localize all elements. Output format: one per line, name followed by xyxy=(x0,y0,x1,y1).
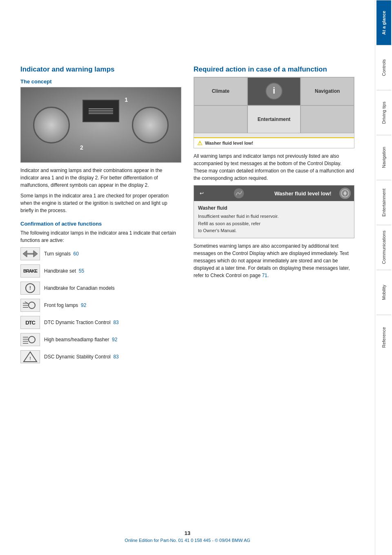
body-text-2: Some lamps in the indicator area 1 are c… xyxy=(20,192,181,214)
left-gauge xyxy=(33,107,70,143)
idrive-nav-icon xyxy=(339,188,351,199)
indicator-turn-signals: Turn signals 60 xyxy=(20,247,181,260)
fog-lamps-icon xyxy=(20,299,40,312)
section-title-right: Required action in case of a malfunction xyxy=(194,65,354,74)
svg-marker-21 xyxy=(343,191,347,196)
page-number: 13 xyxy=(0,530,375,536)
warning-triangle-icon: ⚠ xyxy=(197,140,203,146)
handbrake-ref[interactable]: 55 xyxy=(79,268,84,274)
back-icon: ↩ xyxy=(197,190,206,197)
sidebar-tab-reference[interactable]: Reference xyxy=(376,315,391,360)
fog-lamps-label: Front fog lamps 92 xyxy=(44,302,86,308)
indicator-dtc: DTC DTC Dynamic Traction Control 83 xyxy=(20,316,181,329)
idrive-entertainment-cell: Entertainment xyxy=(247,105,301,134)
sidebar-tab-navigation[interactable]: Navigation xyxy=(376,135,391,180)
sidebar-tab-entertainment[interactable]: Entertainment xyxy=(376,180,391,225)
message-box-body: Washer fluid Insufficient washer fluid i… xyxy=(194,201,354,238)
dsc-label: DSC Dynamic Stability Control 83 xyxy=(44,354,119,360)
svg-marker-0 xyxy=(23,251,27,257)
svg-rect-1 xyxy=(27,253,33,255)
indicator-dsc: ! DSC Dynamic Stability Control 83 xyxy=(20,350,181,363)
body-text-1: Indicator and warning lamps and their co… xyxy=(20,167,181,189)
right-gauge xyxy=(132,107,169,143)
message-body-title: Washer fluid xyxy=(198,204,350,212)
message-body-line-1: Insufficient washer fluid in fluid reser… xyxy=(198,213,350,220)
message-box-title: Washer fluid level low! xyxy=(274,190,339,197)
confirmation-title: Confirmation of active functions xyxy=(20,221,181,227)
right-column: Required action in case of a malfunction… xyxy=(194,65,354,367)
indicator-fog-lamps: Front fog lamps 92 xyxy=(20,299,181,312)
handbrake-label: Handbrake set 55 xyxy=(44,268,84,274)
section-title-left: Indicator and warning lamps xyxy=(20,65,181,74)
dsc-icon: ! xyxy=(20,350,40,363)
cluster-label-2: 2 xyxy=(80,144,83,151)
message-box: ↩ Washer fluid level low! xyxy=(194,185,354,238)
warning-bar: ⚠ Washer fluid level low! xyxy=(194,137,354,148)
instrument-cluster-image: 1 2 xyxy=(20,87,181,163)
check-control-ref[interactable]: 71 xyxy=(262,273,267,278)
idrive-center-icon: i xyxy=(247,77,301,105)
sidebar-tab-controls[interactable]: Controls xyxy=(376,45,391,90)
concept-subtitle: The concept xyxy=(20,78,181,85)
handbrake-canadian-icon: ! xyxy=(20,282,40,295)
turn-signals-label: Turn signals 60 xyxy=(44,251,79,257)
warning-text: Washer fluid level low! xyxy=(205,141,253,145)
turn-signals-ref[interactable]: 60 xyxy=(74,251,79,257)
dtc-icon: DTC xyxy=(20,316,40,329)
cluster-label-1: 1 xyxy=(125,96,128,103)
message-box-header: ↩ Washer fluid level low! xyxy=(194,186,354,201)
indicator-handbrake-canadian: ! Handbrake for Canadian models xyxy=(20,282,181,295)
page-footer: 13 Online Edition for Part-No. 01 41 0 1… xyxy=(0,530,375,543)
handbrake-icon: BRAKE xyxy=(20,264,40,278)
idrive-climate-cell: Climate xyxy=(194,77,247,105)
high-beams-ref[interactable]: 92 xyxy=(112,337,117,342)
washer-icon xyxy=(233,187,245,199)
indicator-high-beams: High beams/headlamp flasher 92 xyxy=(20,333,181,346)
idrive-empty-right xyxy=(301,105,354,134)
high-beams-label: High beams/headlamp flasher 92 xyxy=(44,337,117,342)
right-body-text-1: All warning lamps and indicator lamps no… xyxy=(194,152,354,182)
svg-point-5 xyxy=(29,302,35,309)
svg-marker-2 xyxy=(33,251,38,257)
svg-text:i: i xyxy=(273,85,275,96)
turn-signals-icon xyxy=(20,247,40,260)
message-body-line-3: to Owner's Manual. xyxy=(198,227,350,235)
message-body-line-2: Refill as soon as possible, refer xyxy=(198,220,350,228)
indicator-list: Turn signals 60 BRAKE Handbrake set 55 ! xyxy=(20,247,181,363)
idrive-empty-left xyxy=(194,105,247,134)
sidebar-tab-communications[interactable]: Communications xyxy=(376,225,391,270)
left-column: Indicator and warning lamps The concept xyxy=(20,65,181,367)
center-display xyxy=(82,100,119,122)
sidebar-tab-mobility[interactable]: Mobility xyxy=(376,270,391,315)
high-beams-icon xyxy=(20,333,40,346)
confirmation-intro: The following indicator lamps in the ind… xyxy=(20,229,181,244)
idrive-screen-image: Climate i Navigation Entertainment xyxy=(194,77,354,148)
sidebar-tab-at-a-glance[interactable]: At a glance xyxy=(376,0,391,45)
sidebar-tab-driving-tips[interactable]: Driving tips xyxy=(376,90,391,135)
svg-line-9 xyxy=(25,302,29,304)
dtc-label: DTC Dynamic Traction Control 83 xyxy=(44,320,119,325)
right-body-text-2: Sometimes warning lamps are also accompa… xyxy=(194,242,354,279)
fog-lamps-ref[interactable]: 92 xyxy=(81,302,86,308)
dtc-ref[interactable]: 83 xyxy=(113,320,118,325)
footer-text: Online Edition for Part-No. 01 41 0 158 … xyxy=(125,538,250,543)
svg-point-10 xyxy=(29,336,35,343)
handbrake-canadian-label: Handbrake for Canadian models xyxy=(44,285,115,291)
dsc-ref[interactable]: 83 xyxy=(113,354,118,360)
svg-text:!: ! xyxy=(29,285,31,291)
idrive-navigation-cell: Navigation xyxy=(301,77,354,105)
sidebar: At a glance Controls Driving tips Naviga… xyxy=(375,0,392,555)
indicator-handbrake: BRAKE Handbrake set 55 xyxy=(20,264,181,278)
svg-text:!: ! xyxy=(29,356,31,361)
